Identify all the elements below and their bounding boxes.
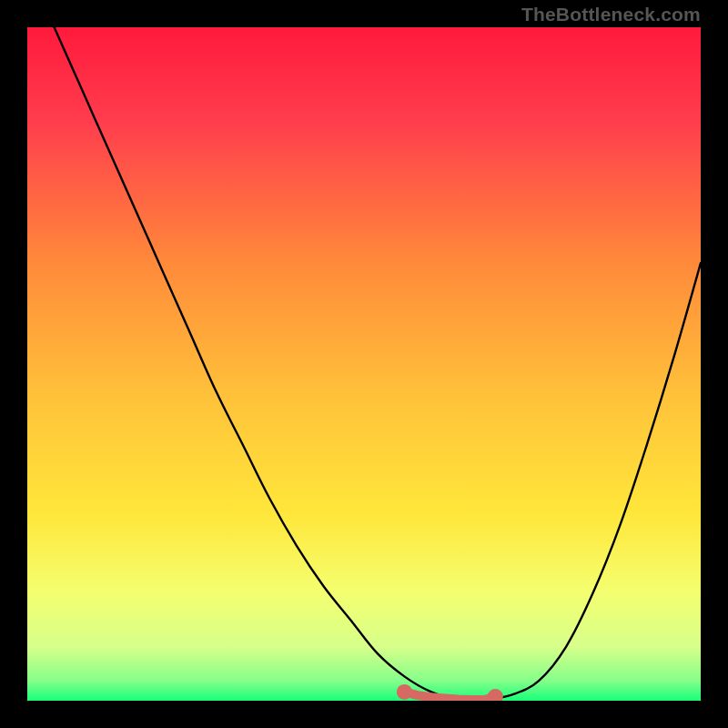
plot-area xyxy=(27,27,701,701)
watermark-text: TheBottleneck.com xyxy=(521,4,701,25)
optimal-range-endpoint xyxy=(488,689,503,701)
chart-frame: TheBottleneck.com xyxy=(0,0,728,728)
series-layer xyxy=(27,27,701,701)
bottleneck-curve xyxy=(55,27,701,701)
optimal-range-endpoint xyxy=(397,684,412,700)
optimal-range-line xyxy=(404,692,495,700)
